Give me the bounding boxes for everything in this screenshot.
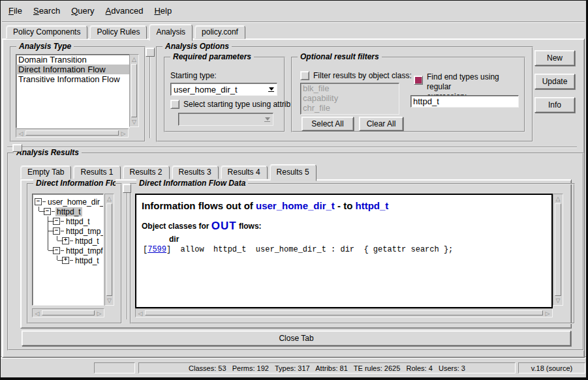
tree-connector xyxy=(35,216,44,226)
scroll-thumb[interactable] xyxy=(42,310,95,315)
starting-type-label: Starting type: xyxy=(170,71,217,80)
tree-connector xyxy=(35,236,44,246)
object-class-checkbox-row: Filter results by object class: xyxy=(300,71,412,80)
scroll-left-icon[interactable] xyxy=(136,310,144,317)
tree-connector xyxy=(44,236,53,246)
scroll-thumb[interactable] xyxy=(106,203,112,296)
optional-filters-frame: Optional result filters Filter results b… xyxy=(291,57,525,132)
rule-number-link[interactable]: 7599 xyxy=(147,245,166,254)
tree-data-divider xyxy=(127,192,128,319)
sash-handle[interactable] xyxy=(12,144,22,152)
tree-node-label: httpd_t xyxy=(74,237,101,246)
object-class-list: blk_filecapabilitychr_file xyxy=(300,83,399,115)
tree-row-httpd-t[interactable]: −httpd_t xyxy=(35,207,103,216)
flow-tree-frame: Direct Information Flow T −user_home_dir… xyxy=(27,183,122,324)
scroll-left-icon[interactable] xyxy=(33,310,41,317)
regex-checkbox[interactable] xyxy=(414,76,423,85)
attrib-combobox xyxy=(178,113,273,126)
tree-connector xyxy=(70,241,73,241)
scroll-right-icon[interactable] xyxy=(95,310,103,317)
results-tab-results-1[interactable]: Results 1 xyxy=(73,166,120,179)
analysis-type-hscrollbar[interactable] xyxy=(16,128,129,138)
object-class-capability: capability xyxy=(301,93,399,103)
close-tab-button[interactable]: Close Tab xyxy=(22,330,571,346)
results-tab-empty-tab[interactable]: Empty Tab xyxy=(20,166,71,179)
flow-source-type: user_home_dir_t xyxy=(256,200,335,211)
tree-row-httpd-tmp-t[interactable]: −httpd_tmp_t xyxy=(35,226,103,236)
tab-policy-components[interactable]: Policy Components xyxy=(6,25,87,39)
scroll-down-icon[interactable] xyxy=(554,297,562,304)
tree-vscrollbar[interactable] xyxy=(104,194,114,306)
attrib-combobox-value xyxy=(179,113,262,125)
results-tab-results-2[interactable]: Results 2 xyxy=(123,166,170,179)
scroll-down-icon[interactable] xyxy=(106,297,113,304)
scroll-right-icon[interactable] xyxy=(544,310,551,317)
sash-handle[interactable] xyxy=(146,48,155,57)
tree-node-label: httpd_tmpfs_ xyxy=(65,246,104,256)
analysis-type-option-domain-transition[interactable]: Domain Transition xyxy=(16,55,129,65)
tree-row-httpd-t[interactable]: +httpd_t xyxy=(35,236,103,246)
scroll-thumb[interactable] xyxy=(145,310,543,315)
tab-policy-rules[interactable]: Policy Rules xyxy=(89,25,147,39)
tree-connector xyxy=(44,216,53,226)
starting-type-combobox[interactable]: user_home_dir_t xyxy=(170,83,277,96)
flow-tree[interactable]: −user_home_dir_t−httpd_t−httpd_t−httpd_t… xyxy=(32,194,104,306)
flow-heading: Information flows out of user_home_dir_t… xyxy=(142,200,551,211)
attrib-checkbox-label: Select starting type using attrib: xyxy=(183,100,292,109)
tree-row-httpd-t[interactable]: −httpd_t xyxy=(35,216,103,226)
te-rule-line: [7599] allow httpd_t user_home_dir_t : d… xyxy=(143,245,551,254)
select-all-button[interactable]: Select All xyxy=(302,117,354,131)
tree-row-httpd-t[interactable]: +httpd_t xyxy=(35,256,103,265)
sash-handle[interactable] xyxy=(123,184,131,193)
scroll-down-icon[interactable] xyxy=(131,118,138,126)
analysis-type-list[interactable]: Domain TransitionDirect Information Flow… xyxy=(16,54,130,128)
results-tab-results-3[interactable]: Results 3 xyxy=(172,166,219,179)
analysis-options-title: Analysis Options xyxy=(162,42,232,51)
scroll-thumb[interactable] xyxy=(131,64,137,117)
results-tab-results-5[interactable]: Results 5 xyxy=(270,164,317,181)
analysis-type-option-transitive-information-flow[interactable]: Transitive Information Flow xyxy=(16,74,129,84)
results-tab-results-4[interactable]: Results 4 xyxy=(221,166,268,179)
object-class-checkbox[interactable] xyxy=(300,71,309,80)
scroll-up-icon[interactable] xyxy=(106,195,113,203)
new-button[interactable]: New xyxy=(534,50,575,66)
object-class-chr-file: chr_file xyxy=(301,103,399,113)
menu-item-file[interactable]: File xyxy=(8,6,22,16)
scroll-up-icon[interactable] xyxy=(131,55,138,63)
analysis-type-frame: Analysis Type Domain TransitionDirect In… xyxy=(10,46,146,142)
tree-row-user-home-dir-t[interactable]: −user_home_dir_t xyxy=(35,197,103,207)
data-hscrollbar[interactable] xyxy=(135,308,553,317)
scroll-left-icon[interactable] xyxy=(17,130,25,138)
status-version: v.18 (source) xyxy=(518,362,585,373)
dropdown-arrow-icon[interactable] xyxy=(266,83,277,95)
tree-row-httpd-tmpfs[interactable]: −httpd_tmpfs_ xyxy=(35,246,103,256)
tree-connector xyxy=(70,260,73,261)
info-button[interactable]: Info xyxy=(534,97,575,113)
scroll-right-icon[interactable] xyxy=(119,130,127,138)
scroll-up-icon[interactable] xyxy=(554,195,562,203)
tree-connector xyxy=(44,226,53,236)
menu-item-search[interactable]: Search xyxy=(33,6,60,16)
scroll-thumb[interactable] xyxy=(555,203,561,296)
status-bar: Classes: 53 Perms: 192 Types: 317 Attrib… xyxy=(1,358,586,377)
tree-hscrollbar[interactable] xyxy=(32,308,104,317)
dropdown-arrow-icon xyxy=(262,113,273,125)
tab-analysis[interactable]: Analysis xyxy=(149,24,193,41)
data-vscrollbar[interactable] xyxy=(553,194,563,306)
object-classes-heading: Object classes for OUT flows: xyxy=(142,220,551,233)
tree-expander-minus-icon[interactable]: − xyxy=(35,198,42,205)
pane-divider xyxy=(149,48,151,138)
analysis-type-option-direct-information-flow[interactable]: Direct Information Flow xyxy=(16,65,129,74)
regex-input[interactable] xyxy=(410,95,519,108)
tree-connector xyxy=(61,250,64,251)
menu-item-advanced[interactable]: Advanced xyxy=(106,6,144,16)
menu-item-query[interactable]: Query xyxy=(71,6,94,16)
attrib-checkbox[interactable] xyxy=(170,100,179,109)
menu-item-help[interactable]: Help xyxy=(154,6,172,16)
scroll-thumb[interactable] xyxy=(25,130,119,136)
flow-data-text[interactable]: Information flows out of user_home_dir_t… xyxy=(135,194,553,308)
tab-policy-conf[interactable]: policy.conf xyxy=(194,25,245,39)
analysis-type-vscrollbar[interactable] xyxy=(129,54,139,127)
update-button[interactable]: Update xyxy=(534,74,575,89)
clear-all-button[interactable]: Clear All xyxy=(359,117,403,131)
